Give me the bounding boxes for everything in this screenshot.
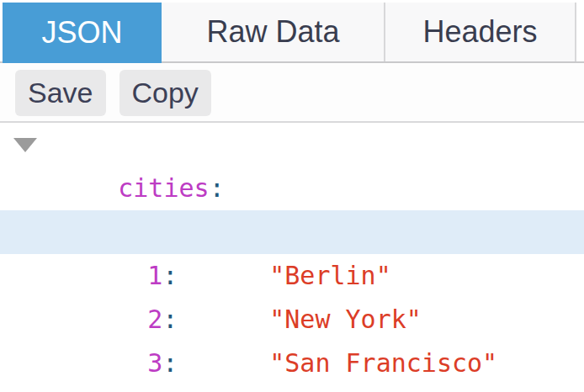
tab-separator	[575, 3, 576, 61]
tree-row[interactable]: 4:"Tokyo"	[0, 342, 584, 385]
tab-json[interactable]: JSON	[3, 3, 162, 63]
tree-row[interactable]: 0:"Amsterdam"	[0, 167, 584, 210]
tree-row[interactable]: 3:"San Francisco"	[0, 298, 584, 342]
copy-button[interactable]: Copy	[119, 70, 211, 116]
tree-row[interactable]: 2:"New York"	[0, 254, 584, 298]
tab-headers[interactable]: Headers	[385, 3, 575, 61]
tab-separator	[384, 3, 385, 61]
tree-row-cities[interactable]: cities:	[0, 123, 584, 167]
tab-raw-data[interactable]: Raw Data	[162, 3, 385, 61]
json-toolbar: Save Copy	[0, 63, 584, 123]
tree-row[interactable]: 1:"Berlin"	[0, 210, 584, 254]
json-tree: cities: 0:"Amsterdam" 1:"Berlin" 2:"New …	[0, 123, 584, 392]
save-button[interactable]: Save	[15, 70, 106, 116]
tab-bar: JSON Raw Data Headers	[0, 0, 584, 63]
expand-arrow-icon[interactable]	[13, 138, 37, 152]
